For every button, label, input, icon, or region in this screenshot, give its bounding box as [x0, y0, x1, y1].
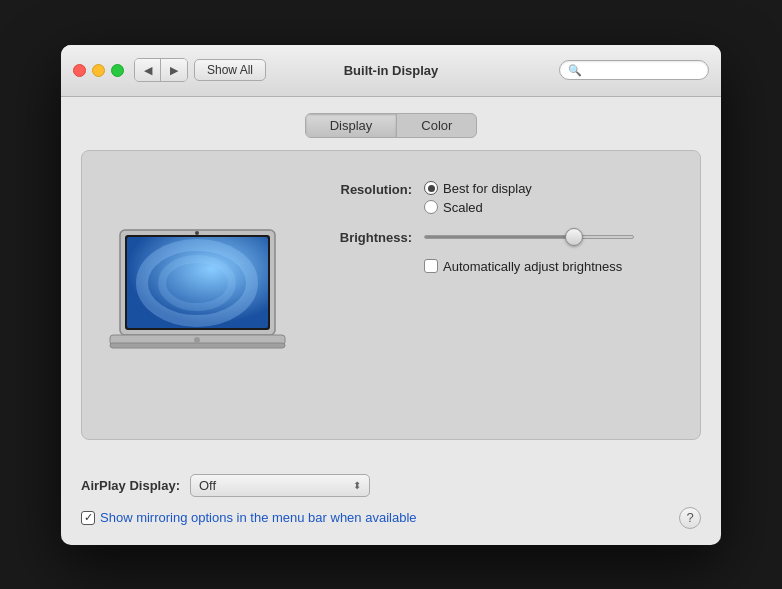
svg-rect-7 [110, 343, 285, 348]
window-title: Built-in Display [344, 63, 439, 78]
footer: AirPlay Display: Off ⬍ Show mirroring op… [61, 460, 721, 545]
mirroring-row: Show mirroring options in the menu bar w… [81, 507, 701, 529]
search-input[interactable] [586, 63, 700, 77]
mirroring-checkbox[interactable] [81, 511, 95, 525]
titlebar: ◀ ▶ Show All Built-in Display 🔍 [61, 45, 721, 97]
traffic-lights [73, 64, 124, 77]
help-button[interactable]: ? [679, 507, 701, 529]
resolution-best-option[interactable]: Best for display [424, 181, 532, 196]
auto-brightness-option[interactable]: Automatically adjust brightness [424, 259, 622, 274]
airplay-value: Off [199, 478, 216, 493]
maximize-button[interactable] [111, 64, 124, 77]
brightness-label: Brightness: [322, 229, 412, 245]
show-all-button[interactable]: Show All [194, 59, 266, 81]
resolution-best-label: Best for display [443, 181, 532, 196]
auto-brightness-label: Automatically adjust brightness [443, 259, 622, 274]
resolution-best-radio[interactable] [424, 181, 438, 195]
tab-group: Display Color [305, 113, 478, 138]
display-panel: Resolution: Best for display Scaled [81, 150, 701, 440]
forward-button[interactable]: ▶ [161, 59, 187, 81]
svg-point-8 [194, 337, 200, 343]
dropdown-arrow-icon: ⬍ [353, 480, 361, 491]
tab-display[interactable]: Display [306, 114, 398, 137]
search-icon: 🔍 [568, 64, 582, 77]
search-box: 🔍 [559, 60, 709, 80]
airplay-label: AirPlay Display: [81, 478, 180, 493]
auto-brightness-checkbox[interactable] [424, 259, 438, 273]
nav-buttons: ◀ ▶ [134, 58, 188, 82]
mirroring-label: Show mirroring options in the menu bar w… [100, 510, 417, 525]
resolution-controls: Best for display Scaled [424, 181, 532, 215]
svg-point-5 [195, 231, 199, 235]
airplay-dropdown[interactable]: Off ⬍ [190, 474, 370, 497]
resolution-scaled-label: Scaled [443, 200, 483, 215]
resolution-setting: Resolution: Best for display Scaled [322, 181, 680, 215]
macbook-icon [105, 222, 290, 367]
macbook-image [102, 171, 292, 419]
resolution-scaled-option[interactable]: Scaled [424, 200, 532, 215]
tab-color[interactable]: Color [397, 114, 476, 137]
tab-bar: Display Color [81, 113, 701, 138]
main-window: ◀ ▶ Show All Built-in Display 🔍 Display … [61, 45, 721, 545]
brightness-slider-track[interactable] [424, 235, 634, 239]
auto-brightness-setting: Automatically adjust brightness [322, 259, 680, 274]
airplay-row: AirPlay Display: Off ⬍ [81, 474, 701, 497]
mirroring-left: Show mirroring options in the menu bar w… [81, 510, 417, 525]
brightness-slider-fill [425, 236, 581, 238]
resolution-label: Resolution: [322, 181, 412, 197]
auto-brightness-spacer [322, 259, 412, 260]
back-button[interactable]: ◀ [135, 59, 161, 81]
close-button[interactable] [73, 64, 86, 77]
resolution-scaled-radio[interactable] [424, 200, 438, 214]
minimize-button[interactable] [92, 64, 105, 77]
content-area: Display Color [61, 97, 721, 460]
settings-section: Resolution: Best for display Scaled [322, 171, 680, 419]
brightness-slider-thumb[interactable] [565, 228, 583, 246]
brightness-slider-container [424, 235, 634, 239]
brightness-setting: Brightness: [322, 229, 680, 245]
